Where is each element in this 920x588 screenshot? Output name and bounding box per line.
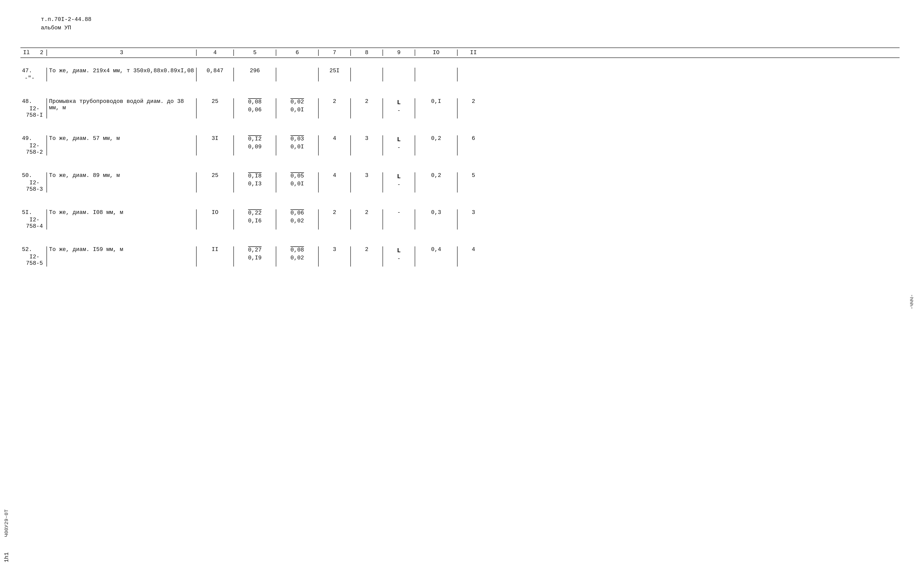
table-row: 47. -"- То же, диам. 219х4 мм, т 350х0,8… <box>20 63 900 86</box>
row-col8: 3 <box>351 135 382 142</box>
row-col8: 2 <box>351 98 382 105</box>
header-line1: т.п.70I-2-44.88 <box>41 15 900 24</box>
row-col4: 25 <box>197 172 233 179</box>
row-col7: 4 <box>319 135 350 142</box>
header-line2: альбом УП <box>41 24 900 32</box>
row-col11: 4 <box>458 246 489 253</box>
col-header-5: 5 <box>235 50 275 56</box>
col-header-10: IO <box>416 50 457 56</box>
row-desc: То же, диам. I08 мм, м <box>47 209 196 216</box>
row-col8: 3 <box>351 172 382 179</box>
row-col6: 0,060,02 <box>277 209 317 225</box>
row-col10: 0,I <box>416 98 457 105</box>
page-number: 1h1 <box>3 552 10 562</box>
row-col11: 6 <box>458 135 489 142</box>
row-col4: 0,847 <box>197 68 233 74</box>
row-col9: L- <box>384 172 414 189</box>
row-col10: 0,2 <box>416 135 457 142</box>
table: Il 2 3 4 5 6 7 8 9 IO II 47. -"- То же, … <box>20 47 900 279</box>
row-col10: 0,3 <box>416 209 457 216</box>
row-col9: - <box>384 209 414 216</box>
table-header-row: Il 2 3 4 5 6 7 8 9 IO II <box>20 47 900 58</box>
row-col4: 25 <box>197 98 233 105</box>
row-col5: 0,I80,I3 <box>235 172 275 188</box>
row-num: 47. -"- <box>20 68 46 81</box>
row-desc: То же, диам. I59 мм, м <box>47 246 196 253</box>
row-col6: 0,050,0I <box>277 172 317 188</box>
table-row: 5I. I2-758-4 То же, диам. I08 мм, м IO 0… <box>20 205 900 234</box>
row-col6: 0,080,02 <box>277 246 317 262</box>
row-col7: 3 <box>319 246 350 253</box>
row-col7: 2 <box>319 98 350 105</box>
row-num: 5I. I2-758-4 <box>20 209 46 230</box>
row-col7: 2 <box>319 209 350 216</box>
row-col4: 3I <box>197 135 233 142</box>
row-num: 50. I2-758-3 <box>20 172 46 193</box>
row-col7: 25I <box>319 68 350 74</box>
table-row: 50. I2-758-3 То же, диам. 89 мм, м 25 0,… <box>20 168 900 197</box>
row-col10: 0,4 <box>416 246 457 253</box>
table-body: 47. -"- То же, диам. 219х4 мм, т 350х0,8… <box>20 63 900 279</box>
row-col11: 5 <box>458 172 489 179</box>
row-col8: 2 <box>351 209 382 216</box>
row-num: 49. I2-758-2 <box>20 135 46 156</box>
row-col4: II <box>197 246 233 253</box>
row-desc: То же, диам. 57 мм, м <box>47 135 196 142</box>
row-col5: 0,270,I9 <box>235 246 275 262</box>
col-header-9: 9 <box>384 50 414 56</box>
side-label-right: -ЧЧЧ- <box>909 294 915 309</box>
row-col10: 0,2 <box>416 172 457 179</box>
row-col11: 3 <box>458 209 489 216</box>
col-header-11: II <box>458 50 489 56</box>
row-desc: Промывка трубопроводов водой диам. до 38… <box>47 98 196 111</box>
row-col8: 2 <box>351 246 382 253</box>
row-col5: 0,080,06 <box>235 98 275 114</box>
row-col11: 2 <box>458 98 489 105</box>
row-col9: L- <box>384 98 414 115</box>
row-col4: IO <box>197 209 233 216</box>
row-col5: 0,I20,09 <box>235 135 275 151</box>
table-row: 48. I2-758-I Промывка трубопроводов водо… <box>20 94 900 123</box>
row-desc: То же, диам. 219х4 мм, т 350х0,88х0.89хI… <box>47 68 196 74</box>
col-header-8: 8 <box>351 50 382 56</box>
row-num: 52. I2-758-5 <box>20 246 46 267</box>
row-num: 48. I2-758-I <box>20 98 46 118</box>
row-col6: 0,030,0I <box>277 135 317 151</box>
header: т.п.70I-2-44.88 альбом УП <box>41 15 900 32</box>
row-col5: 0,220,I6 <box>235 209 275 225</box>
row-col5: 296 <box>235 68 275 74</box>
row-desc: То же, диам. 89 мм, м <box>47 172 196 179</box>
row-col6: 0,020,0I <box>277 98 317 114</box>
col-header-3: 3 <box>47 50 196 56</box>
table-row: 49. I2-758-2 То же, диам. 57 мм, м 3I 0,… <box>20 131 900 160</box>
side-label-left: Ч00У29-0Т <box>3 509 10 537</box>
row-col9: L- <box>384 135 414 152</box>
row-col7: 4 <box>319 172 350 179</box>
col-header-4: 4 <box>197 50 233 56</box>
col-header-6: 6 <box>277 50 317 56</box>
row-col9: L- <box>384 246 414 263</box>
table-row: 52. I2-758-5 То же, диам. I59 мм, м II 0… <box>20 242 900 271</box>
col-header-7: 7 <box>319 50 350 56</box>
col-header-1: Il 2 <box>20 50 46 56</box>
